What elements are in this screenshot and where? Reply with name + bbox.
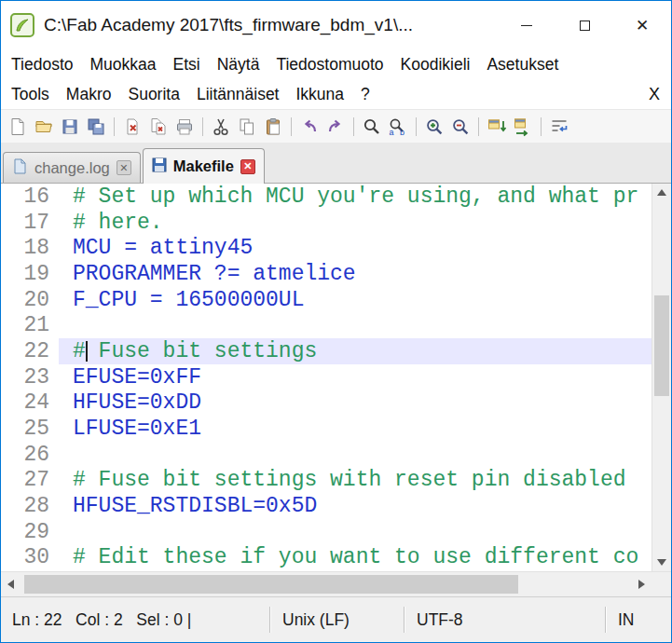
code-text[interactable] <box>59 519 651 545</box>
code-text[interactable]: HFUSE_RSTDISBL=0x5D <box>59 493 651 519</box>
open-folder-icon[interactable] <box>32 115 56 139</box>
sync-horizontal-icon[interactable] <box>511 115 535 139</box>
menu-item-suorita[interactable]: Suorita <box>119 85 187 104</box>
menu-item-liit-nn-iset[interactable]: Liitännäiset <box>188 85 288 104</box>
cursor-position-status: Ln : 22 Col : 2 Sel : 0 | <box>1 597 269 642</box>
code-text[interactable]: # Edit these if you want to use differen… <box>59 545 651 571</box>
editor-line-19: 19PROGRAMMER ?= atmelice <box>1 261 651 287</box>
vertical-scrollbar-thumb[interactable] <box>654 295 669 396</box>
tab-makefile[interactable]: Makefile✕ <box>143 148 265 184</box>
editor-line-30: 30# Edit these if you want to use differ… <box>1 545 651 571</box>
zoom-out-icon[interactable] <box>448 115 473 139</box>
horizontal-scrollbar[interactable] <box>1 571 671 596</box>
code-text[interactable]: EFUSE=0xFF <box>59 364 651 390</box>
paste-icon[interactable] <box>261 115 285 139</box>
menu-item-muokkaa[interactable]: Muokkaa <box>81 55 164 75</box>
code-text[interactable]: F_CPU = 16500000UL <box>59 287 651 313</box>
tab-label: Makefile <box>173 157 234 175</box>
redo-icon[interactable] <box>323 115 348 139</box>
scroll-left-button[interactable] <box>1 572 21 596</box>
print-icon[interactable] <box>172 115 197 139</box>
maximize-button[interactable] <box>555 1 613 49</box>
line-number: 17 <box>1 211 59 235</box>
arrow-right-icon <box>638 580 645 589</box>
close-button[interactable]: ✕ <box>613 1 671 49</box>
code-text[interactable]: PROGRAMMER ?= atmelice <box>59 261 651 287</box>
tab-change-log[interactable]: change.log✕ <box>3 152 141 183</box>
menu-item-n-yt[interactable]: Näytä <box>209 55 268 75</box>
menu-item-asetukset[interactable]: Asetukset <box>478 55 567 75</box>
code-text[interactable]: MCU = attiny45 <box>59 235 651 261</box>
menu-item-tiedosto[interactable]: Tiedosto <box>3 55 81 75</box>
toolbar-separator <box>114 117 115 136</box>
scroll-down-button[interactable] <box>652 554 671 571</box>
menu-item-ikkuna[interactable]: Ikkuna <box>287 85 352 104</box>
editor-line-20: 20F_CPU = 16500000UL <box>1 287 651 313</box>
code-lines[interactable]: 16# Set up which MCU you're using, and w… <box>1 184 651 571</box>
sync-vertical-icon[interactable] <box>485 115 509 139</box>
code-text[interactable]: # Fuse bit settings <box>59 338 651 364</box>
tab-close-icon[interactable]: ✕ <box>240 159 255 174</box>
code-text[interactable]: # Set up which MCU you're using, and wha… <box>59 184 651 210</box>
menu-row-1: TiedostoMuokkaaEtsiNäytäTiedostomuotoKoo… <box>1 49 671 80</box>
scroll-right-button[interactable] <box>632 572 651 596</box>
copy-icon[interactable] <box>235 115 259 139</box>
menu-item-tiedostomuoto[interactable]: Tiedostomuoto <box>267 55 391 75</box>
editor-area: 16# Set up which MCU you're using, and w… <box>1 184 671 571</box>
vertical-scrollbar[interactable] <box>651 184 671 571</box>
menu-item-tools[interactable]: Tools <box>3 85 58 104</box>
word-wrap-icon[interactable] <box>547 115 571 139</box>
horizontal-scrollbar-thumb[interactable] <box>24 575 518 594</box>
status-bar: Ln : 22 Col : 2 Sel : 0 | Unix (LF) UTF-… <box>1 596 671 642</box>
minimize-button[interactable] <box>498 1 555 49</box>
close-document-button[interactable]: X <box>638 85 671 104</box>
tab-close-icon[interactable]: ✕ <box>117 160 131 175</box>
find-icon[interactable] <box>360 115 384 139</box>
replace-icon[interactable]: ab <box>386 115 410 139</box>
editor-line-28: 28HFUSE_RSTDISBL=0x5D <box>1 493 651 519</box>
menu-item-help[interactable]: ? <box>352 85 378 104</box>
line-number: 29 <box>1 520 59 544</box>
close-file-icon[interactable] <box>120 115 144 139</box>
line-number: 16 <box>1 185 59 209</box>
toolbar-separator <box>416 117 417 136</box>
toolbar-separator <box>478 117 479 136</box>
menu-item-etsi[interactable]: Etsi <box>165 55 209 75</box>
cut-icon[interactable] <box>209 115 233 139</box>
line-number: 21 <box>1 313 59 337</box>
toolbar-separator <box>541 117 542 136</box>
undo-icon[interactable] <box>297 115 322 139</box>
zoom-in-icon[interactable] <box>422 115 446 139</box>
line-number: 18 <box>1 236 59 260</box>
new-file-icon[interactable] <box>6 115 30 139</box>
editor-line-18: 18MCU = attiny45 <box>1 235 651 261</box>
notepad-plus-plus-icon <box>10 13 34 37</box>
menu-item-koodikieli[interactable]: Koodikieli <box>392 55 479 75</box>
code-text[interactable] <box>59 312 651 338</box>
code-text[interactable]: # here. <box>59 210 651 236</box>
menu-row-2: ToolsMakroSuoritaLiitännäisetIkkuna?X <box>1 80 671 109</box>
tab-label: change.log <box>34 159 110 177</box>
line-number: 20 <box>1 288 59 312</box>
code-text[interactable]: HFUSE=0xDD <box>59 390 651 417</box>
code-text[interactable] <box>59 442 651 468</box>
save-icon[interactable] <box>58 115 82 139</box>
line-number: 30 <box>1 545 59 569</box>
editor-line-25: 25LFUSE=0xE1 <box>1 416 651 442</box>
code-text[interactable]: LFUSE=0xE1 <box>59 416 651 442</box>
code-text[interactable]: # Fuse bit settings with reset pin disab… <box>59 468 651 494</box>
menu-item-makro[interactable]: Makro <box>58 85 120 104</box>
file-icon <box>12 158 28 178</box>
svg-text:a: a <box>390 128 394 137</box>
line-number: 19 <box>1 262 59 286</box>
toolbar-separator <box>353 117 354 136</box>
line-number: 26 <box>1 443 59 467</box>
scrollbar-corner <box>651 572 671 596</box>
line-number: 24 <box>1 390 59 415</box>
editor-line-17: 17# here. <box>1 210 651 236</box>
scroll-up-button[interactable] <box>652 184 671 201</box>
close-all-icon[interactable] <box>146 115 171 139</box>
horizontal-scrollbar-track[interactable] <box>21 572 632 596</box>
editor-line-29: 29 <box>1 519 651 545</box>
save-all-icon[interactable] <box>84 115 108 139</box>
